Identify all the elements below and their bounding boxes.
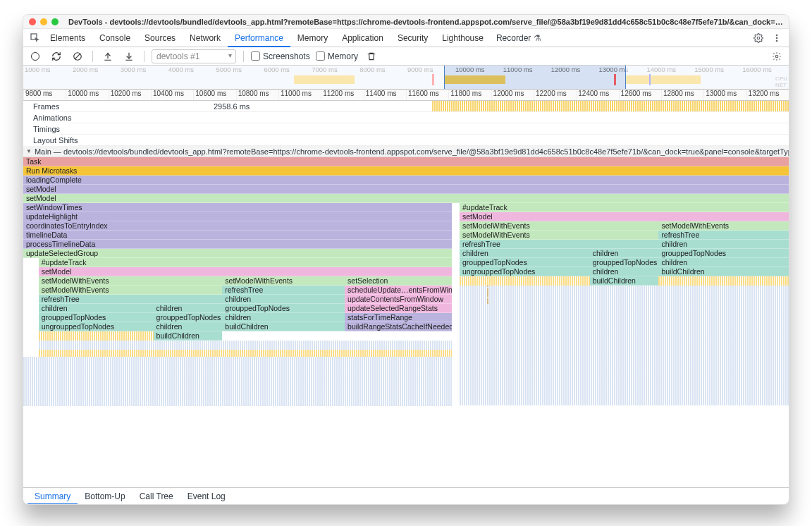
- flame-ungroupped-l1[interactable]: ungrouppedTopNodes: [39, 322, 154, 331]
- settings-icon[interactable]: [751, 30, 766, 46]
- flame-setmodel-track[interactable]: setModel: [39, 267, 452, 276]
- garbage-button[interactable]: [364, 49, 379, 64]
- flame-chart[interactable]: Task Run Microtasks loadingComplete setM…: [23, 157, 789, 487]
- flame-updaterangestats[interactable]: updateSelectedRangeStats: [345, 304, 452, 313]
- flame-children-r2b[interactable]: children: [658, 258, 789, 267]
- panel-settings-icon[interactable]: [769, 49, 785, 64]
- collapse-icon[interactable]: ▼: [26, 148, 32, 154]
- flame-scheduleupdate[interactable]: scheduleUpdate…entsFromWindow: [345, 286, 452, 295]
- flame-groupped-l1b[interactable]: grouppedTopNodes: [154, 313, 223, 322]
- flame-smwe-r1[interactable]: setModelWithEvents: [460, 221, 658, 231]
- memory-checkbox[interactable]: Memory: [316, 51, 358, 61]
- flame-smwe-r2[interactable]: setModelWithEvents: [658, 221, 789, 231]
- minimize-icon[interactable]: [40, 18, 47, 25]
- flame-children-r1c[interactable]: children: [590, 267, 659, 276]
- flame-refreshtree-r1[interactable]: refreshTree: [460, 240, 658, 249]
- flame-buildchildren-l2[interactable]: buildChildren: [222, 322, 345, 331]
- overview-selection[interactable]: [444, 66, 625, 89]
- flame-children-l1c[interactable]: children: [154, 322, 223, 331]
- tab-application[interactable]: Application: [335, 29, 390, 47]
- screenshots-checkbox-input[interactable]: [251, 51, 260, 61]
- main-tabstrip: Elements Console Sources Network Perform…: [23, 29, 789, 47]
- flame-groupped-l1[interactable]: grouppedTopNodes: [39, 313, 154, 322]
- track-frames[interactable]: Frames 2958.6 ms: [23, 101, 789, 112]
- flame-loadingcomplete[interactable]: loadingComplete: [23, 176, 789, 185]
- perf-toolbar: devtools #1 Screenshots Memory: [23, 47, 789, 66]
- tab-recorder-label: Recorder: [496, 29, 531, 47]
- tab-security[interactable]: Security: [390, 29, 435, 47]
- close-icon[interactable]: [29, 18, 36, 25]
- flame-processtimelinedata[interactable]: processTimelineData: [23, 240, 452, 249]
- svg-point-1: [757, 37, 760, 39]
- memory-checkbox-input[interactable]: [316, 51, 325, 61]
- inspect-icon[interactable]: [27, 30, 43, 46]
- flame-smwe-l1b[interactable]: setModelWithEvents: [39, 286, 223, 295]
- tab-sources[interactable]: Sources: [137, 29, 183, 47]
- flame-children-r1b[interactable]: children: [590, 249, 659, 258]
- flame-children-r2[interactable]: children: [658, 240, 789, 249]
- flame-timelinedata[interactable]: timelineData: [23, 231, 452, 240]
- flame-setwindowtimes[interactable]: setWindowTimes: [23, 203, 452, 212]
- flame-buildchildren-r1b[interactable]: buildChildren: [590, 276, 659, 286]
- reload-button[interactable]: [49, 49, 64, 64]
- flame-setmodel-r[interactable]: setModel: [460, 212, 789, 221]
- track-main-header[interactable]: ▼ Main — devtools://devtools/bundled/dev…: [23, 146, 789, 157]
- flame-updatecontents[interactable]: updateContentsFromWindow: [345, 295, 452, 304]
- main-thread-label: Main — devtools://devtools/bundled/devto…: [35, 147, 789, 156]
- flame-buildchildren-l1b[interactable]: buildChildren: [154, 331, 223, 341]
- screenshots-checkbox[interactable]: Screenshots: [251, 51, 310, 61]
- tab-console[interactable]: Console: [92, 29, 137, 47]
- flame-children-l2[interactable]: children: [222, 295, 345, 304]
- flame-buildrangestatscache[interactable]: buildRangeStatsCacheIfNeeded: [345, 322, 452, 331]
- flame-statsfortimerange[interactable]: statsForTimeRange: [345, 313, 452, 322]
- tab-performance[interactable]: Performance: [228, 29, 290, 47]
- flame-coordtoentry[interactable]: coordinatesToEntryIndex: [23, 221, 452, 231]
- flame-children-r1[interactable]: children: [460, 249, 590, 258]
- save-button[interactable]: [121, 49, 137, 64]
- zoom-icon[interactable]: [51, 18, 59, 25]
- flame-smwe-r1b[interactable]: setModelWithEvents: [460, 231, 658, 240]
- flame-setmodel[interactable]: setModel: [23, 185, 789, 194]
- tab-call-tree[interactable]: Call Tree: [133, 488, 180, 505]
- flame-groupped-r1b[interactable]: grouppedTopNodes: [590, 258, 659, 267]
- flame-smwe-l1[interactable]: setModelWithEvents: [39, 276, 223, 286]
- flame-groupped-r1[interactable]: grouppedTopNodes: [460, 258, 590, 267]
- flame-children-l1b[interactable]: children: [154, 304, 223, 313]
- track-timings[interactable]: ▶ Timings: [23, 123, 789, 135]
- overview-timeline[interactable]: 1000 ms2000 ms3000 ms4000 ms 5000 ms6000…: [23, 66, 789, 90]
- tracks-panel: Frames 2958.6 ms ▶ Animations ▶ Timings …: [23, 101, 789, 487]
- clear-button[interactable]: [70, 49, 85, 64]
- tab-memory[interactable]: Memory: [290, 29, 335, 47]
- record-button[interactable]: [27, 49, 43, 64]
- flame-groupped-l2[interactable]: grouppedTopNodes: [222, 304, 345, 313]
- flame-refreshtree-l2[interactable]: refreshTree: [222, 286, 345, 295]
- tab-recorder[interactable]: Recorder ⚗: [491, 29, 547, 47]
- tab-network[interactable]: Network: [183, 29, 228, 47]
- tab-lighthouse[interactable]: Lighthouse: [435, 29, 491, 47]
- tab-bottom-up[interactable]: Bottom-Up: [78, 488, 132, 505]
- flame-run-microtasks[interactable]: Run Microtasks: [23, 166, 789, 176]
- more-icon[interactable]: [769, 30, 785, 46]
- flame-updatetrack[interactable]: #updateTrack: [39, 258, 452, 267]
- load-button[interactable]: [100, 49, 116, 64]
- track-animations[interactable]: ▶ Animations: [23, 112, 789, 123]
- flame-setmodel2[interactable]: setModel: [23, 194, 789, 203]
- flame-children-l1[interactable]: children: [39, 304, 154, 313]
- tab-elements[interactable]: Elements: [43, 29, 92, 47]
- track-layout-shifts[interactable]: Layout Shifts: [23, 135, 789, 146]
- flame-refreshtree-l1[interactable]: refreshTree: [39, 295, 223, 304]
- flame-updatehighlight[interactable]: updateHighlight: [23, 212, 452, 221]
- flame-refreshtree-r2[interactable]: refreshTree: [658, 231, 789, 240]
- flame-task[interactable]: Task: [23, 157, 789, 166]
- flame-smwe-l2[interactable]: setModelWithEvents: [222, 276, 345, 286]
- flame-updatetrack-r[interactable]: #updateTrack: [460, 203, 789, 212]
- flame-ungroupped-r1[interactable]: ungrouppedTopNodes: [460, 267, 590, 276]
- flame-updateselectedgroup[interactable]: updateSelectedGroup: [23, 249, 452, 258]
- tab-summary[interactable]: Summary: [27, 488, 78, 505]
- flame-setselection[interactable]: setSelection: [345, 276, 452, 286]
- tab-event-log[interactable]: Event Log: [180, 488, 233, 505]
- flame-groupped-r2[interactable]: grouppedTopNodes: [658, 249, 789, 258]
- context-select[interactable]: devtools #1: [152, 49, 236, 63]
- flame-children-l2b[interactable]: children: [222, 313, 345, 322]
- flame-buildchildren-r2[interactable]: buildChildren: [658, 267, 789, 276]
